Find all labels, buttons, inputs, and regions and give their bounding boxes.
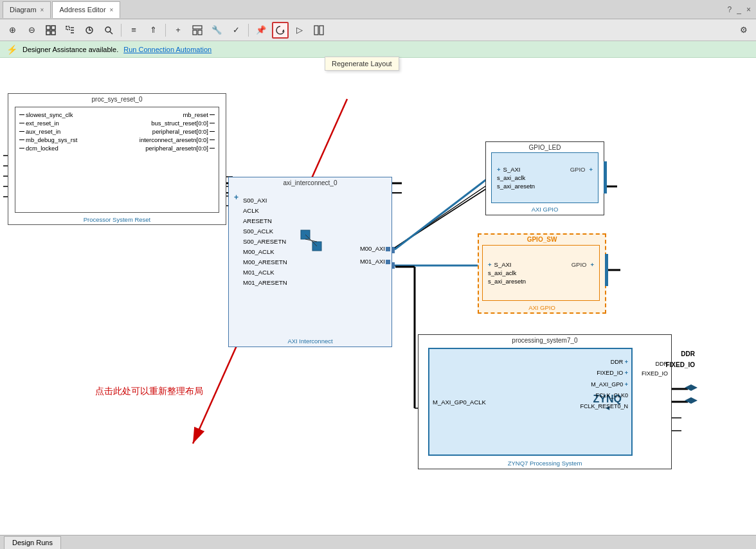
outer-fixed-io-text: FIXED_IO [665,361,695,368]
port-row-3: aux_reset_in peripheral_reset[0:0] [19,128,215,135]
svg-marker-36 [685,384,698,391]
fit-all-button[interactable] [42,22,59,39]
annotation-text: 点击此处可以重新整理布局 [95,386,203,397]
toolbar: ⊕ ⊖ ≡ ⇑ + 🔧 ✓ 📌 ▷ ⚙ [0,19,756,41]
port-row-2: ext_reset_in bus_struct_reset[0:0] [19,120,215,127]
svg-point-9 [105,27,111,32]
split-button[interactable] [310,22,327,39]
axi-m00-connector [386,247,390,251]
port-mb-reset: mb_reset [183,111,208,118]
axi-port-m01-aresetn: M01_ARESETN [243,279,287,286]
proc-sys-reset-outer: proc_sys_reset_0 slowest_sync_clk mb_res… [8,93,226,225]
axi-m01-connector [386,260,390,264]
reset-view-button[interactable] [81,22,98,39]
port-row-5: dcm_locked peripheral_aresetn[0:0] [19,145,215,152]
crossbar-icon [300,229,323,252]
status-tab-design-runs[interactable]: Design Runs [4,536,61,549]
gpio-led-inner: +S_AXI GPIO+ s_axi_aclk s_axi_aresetn [491,152,598,203]
svg-rect-4 [66,26,69,30]
zynq-port-m-axi-gp0: M_AXI_GP0 + [591,381,628,388]
port-slowest-sync: slowest_sync_clk [26,111,73,118]
status-bar: Design Runs [0,535,756,549]
tab-diagram[interactable]: Diagram × [3,1,51,18]
assist-text: Designer Assistance available. [22,46,118,53]
axi-interconnect-label: AXI Interconnect [229,338,392,345]
svg-rect-12 [193,30,197,35]
outer-ddr-text: DDR [681,350,695,357]
processing-system-outer: processing_system7_0 M_AXI_GP0_ACLK ZYNQ… [418,334,672,469]
outer-fixed-io-label: FIXED_IO [642,370,668,377]
gpio-sw-inner: +S_AXI GPIO+ s_axi_aclk s_axi_aresetn [482,245,600,301]
port-aux-reset: aux_reset_in [26,128,60,135]
tab-bar: Diagram × Address Editor × ? _ × [0,0,756,19]
assistant-banner: ⚡ Designer Assistance available. Run Con… [0,41,756,58]
gpio-led-port-aresetn: s_axi_aresetn [497,183,593,190]
axi-port-s00-aclk: S00_ACLK [243,228,273,235]
svg-rect-0 [46,26,50,30]
proc-sys-reset-title: proc_sys_reset_0 [8,96,226,103]
svg-rect-13 [198,30,202,35]
fit-selection-button[interactable] [62,22,78,39]
port-interconnect-aresetn: interconnect_aresetn[0:0] [140,136,208,143]
axi-interconnect-title: axi_interconnect_0 [229,179,392,186]
gpio-sw-port-s-axi: +S_AXI GPIO+ [488,261,594,268]
minimize-icon[interactable]: _ [737,5,741,14]
gpio-sw-label: AXI GPIO [479,304,605,311]
gpio-led-bus-bar [604,161,607,194]
help-icon[interactable]: ? [728,5,732,14]
layout-button[interactable] [189,22,206,39]
port-dcm-locked: dcm_locked [26,145,59,152]
svg-line-50 [305,235,317,246]
gpio-sw-block[interactable]: GPIO_SW +S_AXI GPIO+ s_axi_aclk s_axi_ar… [478,233,606,314]
svg-line-25 [395,177,490,249]
run-connection-automation-link[interactable]: Run Connection Automation [123,46,212,53]
proc-sys-reset-label: Processor System Reset [8,216,226,223]
tooltip-regenerate: Regenerate Layout [325,57,399,71]
axi-port-s00-aresetn: S00_ARESETN [243,238,286,245]
gpio-led-port-s-axi: +S_AXI GPIO+ [497,166,593,173]
wrench-button[interactable]: 🔧 [208,22,225,39]
axi-port-m01-aclk: M01_ACLK [243,269,274,276]
axi-port-m00-axi: M00_AXI [360,245,385,252]
svg-rect-1 [51,26,55,30]
axi-port-m01-axi: M01_AXI [360,258,385,265]
axi-interconnect-block[interactable]: axi_interconnect_0 + S00_AXI ACLK ARESET… [228,177,392,347]
svg-line-22 [392,183,490,249]
zoom-out-button[interactable]: ⊖ [23,22,40,39]
zynq-port-m-axi-gp0-aclk: M_AXI_GP0_ACLK [433,399,486,406]
axi-port-m00-aresetn: M00_ARESETN [243,258,287,266]
port-row-4: mb_debug_sys_rst interconnect_aresetn[0:… [19,136,215,143]
tab-address-editor-close[interactable]: × [110,6,114,14]
toolbar-sep-2 [165,24,166,37]
validate-button[interactable]: ✓ [228,22,244,39]
axi-port-aclk: ACLK [243,207,259,214]
zynq-port-ddr: DDR + [611,359,628,365]
zoom-in-button[interactable]: ⊕ [4,22,21,39]
toolbar-sep-1 [121,24,122,37]
gpio-sw-bus-bar [605,254,608,286]
gpio-led-block[interactable]: GPIO_LED +S_AXI GPIO+ s_axi_aclk s_axi_a… [485,141,604,215]
regenerate-button[interactable] [272,22,289,39]
tab-right-icons: ? _ × [728,5,756,14]
svg-rect-14 [314,26,318,35]
svg-marker-37 [685,397,698,404]
port-mb-debug: mb_debug_sys_rst [26,136,77,143]
close-window-icon[interactable]: × [746,5,751,14]
flatten-button[interactable]: ≡ [125,22,142,39]
axi-port-s00-axi: S00_AXI [243,197,267,204]
pin-button[interactable]: 📌 [253,22,269,39]
axi-expand-icon[interactable]: + [234,193,239,202]
processing-system-label: ZYNQ7 Processing System [419,460,671,467]
tab-address-editor[interactable]: Address Editor × [52,1,120,18]
svg-line-10 [110,32,113,34]
zynq-port-fclk-clk0: FCLK_CLK0 [595,392,628,399]
search-button[interactable] [100,22,117,39]
gpio-led-label: AXI GPIO [486,206,604,213]
add-button[interactable]: + [170,22,186,39]
tab-diagram-close[interactable]: × [40,6,44,14]
svg-rect-15 [320,26,323,35]
route-button[interactable]: ⇑ [145,22,161,39]
run-button[interactable]: ▷ [291,22,308,39]
zynq-inner-block: M_AXI_GP0_ACLK ZYNQ ◀ DDR + FIXED_IO + M… [428,348,633,456]
settings-button[interactable]: ⚙ [735,22,752,39]
